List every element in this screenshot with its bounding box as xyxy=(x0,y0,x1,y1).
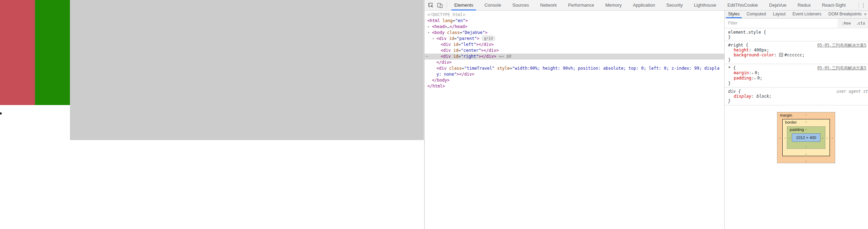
syntax-token: = xyxy=(510,66,512,71)
dom-node-body-open[interactable]: ▾<body class="DejaVue"> xyxy=(425,30,724,36)
box-model-border-value-b[interactable]: - xyxy=(805,152,807,156)
dom-node-head-collapsed[interactable]: ▸<head>…</head> xyxy=(425,24,724,30)
box-model-border-value-l[interactable]: - xyxy=(784,136,786,140)
more-options-icon[interactable]: ⋮ xyxy=(860,0,867,11)
box-model-border-value-t[interactable]: - xyxy=(805,119,807,124)
tab-sources[interactable]: Sources xyxy=(507,0,535,11)
grid-badge[interactable]: grid xyxy=(482,36,495,41)
tab-react-sight[interactable]: React-Sight xyxy=(816,0,851,11)
rule-selector[interactable]: * xyxy=(728,65,731,70)
page-right-div xyxy=(70,0,424,140)
styles-filter-row: Filter :hov.cls xyxy=(725,19,868,28)
pseudo-button-hov[interactable]: :hov xyxy=(842,21,851,26)
box-model-margin-value-b[interactable]: - xyxy=(805,159,807,163)
rendered-page xyxy=(0,0,424,229)
rule-selector[interactable]: div xyxy=(728,89,736,94)
property-value: #cccccc xyxy=(784,53,802,57)
box-model-padding-value-t[interactable]: - xyxy=(805,127,807,131)
dom-node-html-close[interactable]: </html> xyxy=(425,83,724,89)
expand-arrow-open-icon[interactable]: ▾ xyxy=(428,30,429,36)
sidebar-tab-event-listeners[interactable]: Event Listeners xyxy=(789,11,825,18)
shorthand-expander-icon[interactable]: ▸ xyxy=(752,71,754,75)
sidebar-tab-layout[interactable]: Layout xyxy=(769,11,789,18)
style-rule-element-style: element.style {} xyxy=(725,28,868,41)
dom-node-div-parent-close[interactable]: </div> xyxy=(425,60,724,65)
tab-redux[interactable]: Redux xyxy=(792,0,817,11)
syntax-token: "right" xyxy=(461,54,479,59)
dom-node-div-right[interactable]: ⋯<div id="right"></div> == $0 xyxy=(425,54,724,60)
box-model-margin-value-r[interactable]: - xyxy=(832,136,833,140)
pseudo-button-cls[interactable]: .cls xyxy=(856,21,866,26)
syntax-token: > xyxy=(481,48,484,53)
syntax-token: id xyxy=(453,54,458,59)
dom-node-div-timetravel[interactable]: <div class="timeTravel" style="width:90%… xyxy=(425,65,724,77)
syntax-token: </div> xyxy=(459,72,474,77)
sidebar-tabs-overflow-icon[interactable]: » xyxy=(864,11,867,18)
syntax-token: </body> xyxy=(432,78,450,83)
rule-selector[interactable]: #right xyxy=(728,43,743,48)
inspect-element-icon[interactable] xyxy=(428,2,434,8)
dom-node-div-left[interactable]: <div id="left"></div> xyxy=(425,42,724,48)
syntax-token: </html> xyxy=(427,84,445,89)
page-center-div xyxy=(35,0,70,105)
dom-node-body-close[interactable]: </body> xyxy=(425,77,724,83)
stylesheet-source-link[interactable]: 05-05.三列布局解决方案5 xyxy=(817,65,866,70)
rule-selector[interactable]: element.style xyxy=(728,30,761,35)
box-model-margin-value-l[interactable]: - xyxy=(779,136,781,140)
rule-closing-brace: } xyxy=(725,35,868,40)
tab-network[interactable]: Network xyxy=(535,0,563,11)
tab-console[interactable]: Console xyxy=(479,0,507,11)
css-property-padding[interactable]: padding:▸0; xyxy=(725,76,868,81)
box-model-padding-value-l[interactable]: - xyxy=(789,136,790,140)
syntax-token: </head> xyxy=(450,24,468,29)
shorthand-expander-icon[interactable]: ▸ xyxy=(754,77,756,80)
box-model-padding[interactable]: padding----1012 × 400 xyxy=(787,126,825,149)
device-toolbar-icon[interactable] xyxy=(437,2,443,8)
syntax-token: "DejaVue" xyxy=(462,30,485,35)
dom-node-doctype[interactable]: <!DOCTYPE html> xyxy=(425,12,724,18)
tab-lighthouse[interactable]: Lighthouse xyxy=(688,0,722,11)
sidebar-tab-computed[interactable]: Computed xyxy=(743,11,769,18)
stylesheet-source-link[interactable]: 05-05.三列布局解决方案5 xyxy=(817,43,866,48)
tab-memory[interactable]: Memory xyxy=(600,0,627,11)
box-model-padding-value-b[interactable]: - xyxy=(805,144,807,148)
style-rule-universal: * {margin:▸0;padding:▸0;}05-05.三列布局解决方案5 xyxy=(725,64,868,88)
property-name: padding xyxy=(734,76,752,81)
property-value: 400px xyxy=(754,48,767,53)
styles-filter-input[interactable]: Filter xyxy=(728,21,738,26)
dom-node-div-center[interactable]: <div id="center"></div> xyxy=(425,48,724,54)
box-model-padding-value-r[interactable]: - xyxy=(822,136,823,140)
tab-dejavue[interactable]: DejaVue xyxy=(763,0,792,11)
property-value: 0 xyxy=(757,76,760,81)
syntax-token: lang xyxy=(442,18,453,23)
dom-node-div-parent-open[interactable]: ▾<div id="parent">grid xyxy=(425,36,724,42)
tab-editthiscookie[interactable]: EditThisCookie xyxy=(722,0,763,11)
box-model-border-value-r[interactable]: - xyxy=(826,136,828,140)
expand-arrow-closed-icon[interactable]: ▸ xyxy=(428,24,429,30)
property-name: height xyxy=(734,48,749,53)
css-property-background-color[interactable]: background-color: #cccccc; xyxy=(725,53,868,57)
tab-elements[interactable]: Elements xyxy=(449,0,479,11)
syntax-token: "parent" xyxy=(457,36,477,41)
tab-security[interactable]: Security xyxy=(661,0,688,11)
css-property-margin[interactable]: margin:▸0; xyxy=(725,70,868,76)
color-swatch[interactable] xyxy=(779,53,783,57)
box-model-diagram: margin----border----padding----1012 × 40… xyxy=(777,112,835,163)
syntax-token: id xyxy=(453,48,458,53)
tab-performance[interactable]: Performance xyxy=(562,0,599,11)
box-model-border-label: border xyxy=(785,120,797,124)
box-model-margin[interactable]: margin----border----padding----1012 × 40… xyxy=(777,112,835,163)
css-property-height[interactable]: height: 400px; xyxy=(725,48,868,53)
page-left-div xyxy=(0,0,35,105)
box-model-content[interactable]: 1012 × 400 xyxy=(792,133,820,142)
box-model-margin-value-t[interactable]: - xyxy=(805,112,807,117)
tab-application[interactable]: Application xyxy=(627,0,661,11)
syntax-token: <!DOCTYPE html> xyxy=(427,12,465,17)
expand-arrow-open-icon[interactable]: ▾ xyxy=(432,36,434,42)
css-property-display[interactable]: display: block; xyxy=(725,94,868,99)
sidebar-tab-styles[interactable]: Styles xyxy=(725,11,743,18)
box-model-border[interactable]: border----padding----1012 × 400 xyxy=(782,119,830,156)
dom-node-html-open[interactable]: <html lang="en"> xyxy=(425,18,724,24)
sidebar-tab-dom-breakpoints[interactable]: DOM Breakpoints xyxy=(825,11,865,18)
syntax-token: > xyxy=(457,72,459,77)
